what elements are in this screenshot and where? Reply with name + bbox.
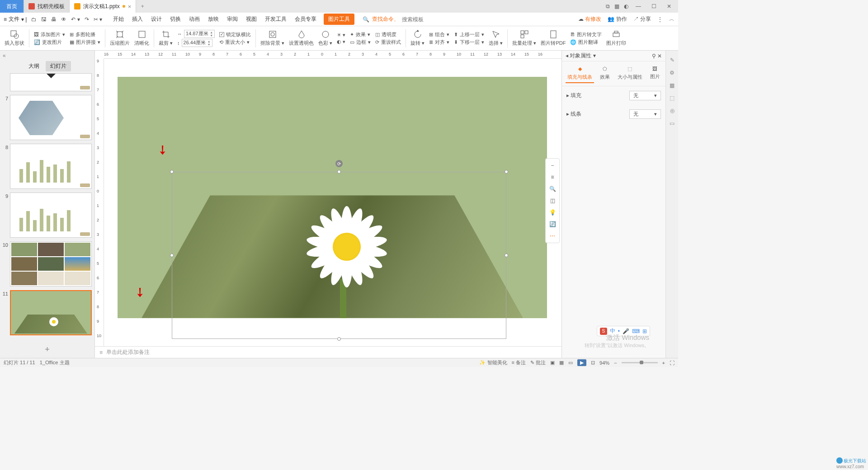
transparency-button[interactable]: ◫ 透明度 — [375, 31, 401, 38]
brightness-button[interactable]: ☀ ▾ — [337, 32, 345, 38]
window-minimize[interactable]: — — [633, 3, 644, 9]
menu-view[interactable]: 视图 — [245, 14, 258, 25]
dock-settings-icon[interactable]: ⚙ — [670, 70, 675, 76]
select-button[interactable]: 选择 ▾ — [489, 26, 503, 50]
window-restore[interactable]: ☐ — [648, 3, 659, 9]
more-float-icon[interactable]: ⋯ — [547, 231, 557, 241]
redo-icon[interactable]: ↷ — [85, 16, 89, 23]
reset-style-button[interactable]: ⟳ 重设样式 — [375, 39, 401, 46]
undo-icon[interactable]: ↶ ▾ — [71, 16, 80, 23]
collapse-ribbon-icon[interactable]: ︿ — [669, 15, 675, 23]
notes-bar[interactable]: ≡ 单击此处添加备注 — [95, 346, 561, 358]
compress-button[interactable]: 压缩图片 — [110, 26, 130, 50]
multi-rotate-button[interactable]: ⊞ 多图轮播 — [70, 31, 100, 38]
prop-tab-image[interactable]: 🖼图片 — [648, 64, 662, 83]
file-menu[interactable]: ≡ 文件 ▾ | — [4, 15, 27, 23]
slide-thumb-8[interactable] — [10, 144, 92, 189]
slides-tab[interactable]: 幻灯片 — [46, 61, 71, 71]
menu-show[interactable]: 放映 — [207, 14, 220, 25]
tab-home[interactable]: 首页 — [0, 0, 24, 13]
layout-icon[interactable]: ⧉ — [606, 3, 610, 9]
tab-document[interactable]: 演示文稿1.pptx× — [70, 0, 136, 13]
close-tab-icon[interactable]: × — [128, 3, 132, 10]
move-up-button[interactable]: ⬆ 上移一层 ▾ — [454, 31, 484, 38]
zoom-in-icon[interactable]: + — [662, 360, 665, 366]
pin-icon[interactable]: ⚲ — [652, 53, 656, 59]
idea-float-icon[interactable]: 💡 — [547, 207, 557, 217]
zoom-value[interactable]: 94% — [599, 360, 609, 366]
prop-tab-fill[interactable]: ◆填充与线条 — [566, 64, 594, 83]
zoom-out-float-icon[interactable]: − — [547, 160, 557, 170]
view-normal-icon[interactable]: ▣ — [550, 360, 555, 366]
user-avatar-icon[interactable]: ◐ — [624, 3, 628, 9]
slide-thumb-6[interactable] — [10, 73, 92, 91]
preview-icon[interactable]: 👁 — [61, 16, 66, 23]
border-button[interactable]: ▭ 边框 ▾ — [350, 39, 371, 46]
height-input[interactable]: 26.44厘米▲▼ — [182, 39, 212, 47]
dock-library-icon[interactable]: ▭ — [670, 120, 675, 127]
menu-member[interactable]: 会员专享 — [294, 14, 317, 25]
reset-size-button[interactable]: ⟲ 重设大小 ▾ — [219, 39, 251, 46]
image-object[interactable] — [142, 195, 523, 318]
coop-button[interactable]: 👥 协作 — [608, 15, 627, 23]
translate-button[interactable]: 🌐 图片翻译 — [570, 39, 602, 46]
add-image-button[interactable]: 🖼 添加图片 ▾ — [34, 31, 65, 38]
align-button[interactable]: ≣ 对齐 ▾ — [429, 39, 449, 46]
view-play-icon[interactable]: ▶ — [577, 359, 586, 366]
dock-template-icon[interactable]: ▦ — [670, 82, 675, 89]
lock-ratio-checkbox[interactable]: ✓ 锁定纵横比 — [219, 31, 251, 38]
close-panel-icon[interactable]: ✕ — [657, 53, 662, 59]
open-icon[interactable]: 🗀 — [31, 16, 37, 23]
format-painter-icon[interactable]: ✂ ▾ — [94, 16, 102, 23]
transparent-color-button[interactable]: 设置透明色 — [289, 26, 314, 50]
fullscreen-icon[interactable]: ⛶ — [670, 360, 675, 366]
slide-thumb-11[interactable] — [10, 290, 92, 335]
change-image-button[interactable]: 🔄 更改图片 — [34, 39, 65, 46]
command-search[interactable]: 🔍 查找命令、 — [363, 15, 447, 23]
notes-placeholder[interactable]: 单击此处添加备注 — [106, 348, 150, 356]
crop-float-icon[interactable]: ◫ — [547, 196, 557, 206]
dock-design-icon[interactable]: ✎ — [670, 57, 675, 63]
more-menu-icon[interactable]: ⋮ — [657, 16, 663, 23]
stage[interactable]: ⟳ ➘ ➘ − ≡ 🔍 ◫ 💡 🔄 ⋯ — [104, 59, 561, 346]
clarity-button[interactable]: 清晰化 — [134, 26, 149, 50]
menu-start[interactable]: 开始 — [112, 14, 125, 25]
fill-section[interactable]: ▸ 填充 无▾ — [562, 86, 665, 105]
tab-add[interactable]: + — [136, 0, 149, 13]
slide-thumb-7[interactable] — [10, 95, 92, 140]
magnify-float-icon[interactable]: 🔍 — [547, 184, 557, 194]
layers-float-icon[interactable]: ≡ — [547, 172, 557, 182]
slide-thumb-10[interactable] — [10, 241, 92, 287]
slide-canvas[interactable] — [118, 77, 547, 318]
prop-tab-size[interactable]: ⬚大小与属性 — [616, 64, 644, 83]
zoom-out-icon[interactable]: − — [614, 360, 617, 366]
annotate-toggle[interactable]: ✎ 批注 — [530, 359, 546, 366]
rotate-handle[interactable]: ⟳ — [335, 160, 343, 167]
convert-float-icon[interactable]: 🔄 — [547, 219, 557, 229]
image-tile-button[interactable]: ▦ 图片拼接 ▾ — [70, 39, 100, 46]
menu-animation[interactable]: 动画 — [188, 14, 201, 25]
fit-icon[interactable]: ⊡ — [591, 360, 595, 366]
line-select[interactable]: 无▾ — [629, 109, 661, 119]
insert-shape-button[interactable]: 插入形状 — [5, 26, 24, 50]
move-down-button[interactable]: ⬇ 下移一层 ▾ — [454, 39, 484, 46]
beautify-button[interactable]: ✨ 智能美化 — [479, 359, 507, 366]
prop-tab-effect[interactable]: ⬠效果 — [598, 64, 612, 83]
contrast-button[interactable]: ◐ ▾ — [337, 39, 345, 45]
remove-bg-button[interactable]: 抠除背景 ▾ — [260, 26, 284, 50]
handle-bm[interactable] — [337, 337, 341, 341]
search-input[interactable] — [402, 16, 447, 23]
view-sorter-icon[interactable]: ▦ — [559, 360, 564, 366]
line-section[interactable]: ▸ 线条 无▾ — [562, 105, 665, 123]
menu-insert[interactable]: 插入 — [131, 14, 144, 25]
view-reading-icon[interactable]: ▭ — [568, 360, 573, 366]
menu-review[interactable]: 审阅 — [226, 14, 239, 25]
zoom-slider[interactable] — [622, 362, 658, 363]
add-slide-button[interactable]: + — [45, 345, 50, 354]
dock-location-icon[interactable]: ◎ — [670, 108, 675, 114]
menu-transition[interactable]: 切换 — [169, 14, 182, 25]
save-icon[interactable]: 🖫 — [41, 16, 47, 23]
menu-dev[interactable]: 开发工具 — [264, 14, 288, 25]
print-icon[interactable]: 🖶 — [51, 16, 57, 23]
group-button[interactable]: ⊞ 组合 ▾ — [429, 31, 449, 38]
